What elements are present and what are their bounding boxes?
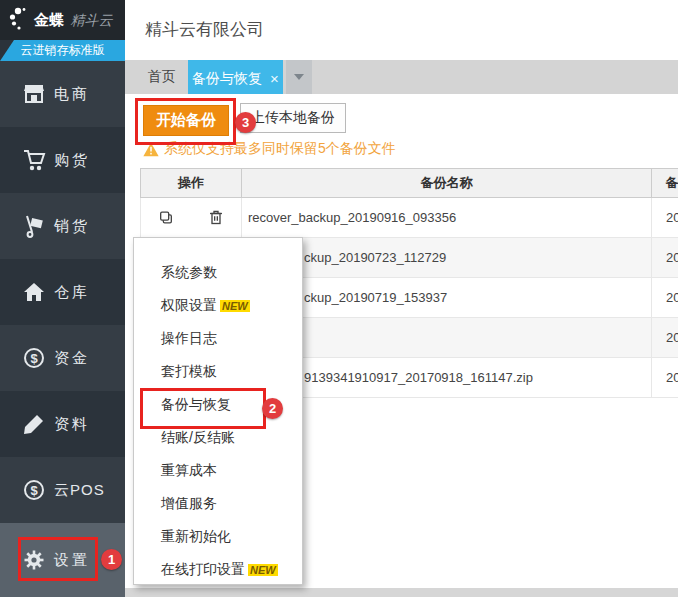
backup-date: 2019 xyxy=(652,278,678,318)
menu-item-print-template[interactable]: 套打模板 xyxy=(134,355,302,388)
sidebar-item-purchase[interactable]: 购货 xyxy=(0,127,125,193)
handtruck-icon xyxy=(22,214,46,238)
start-backup-button[interactable]: 开始备份 xyxy=(143,105,229,136)
warehouse-icon xyxy=(22,280,46,304)
backup-name: recover_backup_20190916_093356 xyxy=(242,198,652,238)
company-title: 精斗云有限公司 xyxy=(145,18,264,41)
dollar-icon: $ xyxy=(22,346,46,370)
menu-item-permission-settings[interactable]: 权限设置NEW xyxy=(134,289,302,322)
sidebar-item-label: 仓库 xyxy=(54,283,90,302)
warning-row: 系统仅支持最多同时保留5个备份文件 xyxy=(143,140,396,158)
storefront-icon xyxy=(22,82,46,106)
sidebar-item-label: 购货 xyxy=(54,151,90,170)
tab-bar: 首页 备份与恢复 × xyxy=(125,60,678,94)
backup-date: 2019 xyxy=(652,238,678,278)
pos-dollar-icon: $ xyxy=(22,478,46,502)
menu-item-value-added-services[interactable]: 增值服务 xyxy=(134,487,302,520)
sidebar-item-label: 资料 xyxy=(54,415,90,434)
menu-item-closing[interactable]: 结账/反结账 xyxy=(134,421,302,454)
sidebar-item-label: 云POS xyxy=(54,481,105,500)
backup-date: 2018 xyxy=(652,318,678,358)
sidebar-item-data[interactable]: 资料 xyxy=(0,391,125,457)
app-window: 金蝶 精斗云 云进销存标准版 电商 购货 xyxy=(0,0,678,597)
tab-backup-restore[interactable]: 备份与恢复 × xyxy=(188,60,283,97)
chevron-down-icon xyxy=(294,74,304,80)
upload-local-backup-button[interactable]: 上传本地备份 xyxy=(240,103,346,133)
pencil-icon xyxy=(22,412,46,436)
col-header-backup-date: 备份日期 xyxy=(652,169,678,198)
warning-triangle-icon xyxy=(143,142,159,157)
sidebar-item-label: 设置 xyxy=(54,551,90,570)
step-badge-1: 1 xyxy=(101,549,122,570)
sidebar-item-funds[interactable]: $ 资金 xyxy=(0,325,125,391)
sidebar-item-label: 销货 xyxy=(54,217,90,236)
top-header: 精斗云有限公司 xyxy=(125,0,678,60)
sidebar-item-warehouse[interactable]: 仓库 xyxy=(0,259,125,325)
backup-date: 2017 xyxy=(652,358,678,398)
step-badge-2: 2 xyxy=(262,398,283,419)
gear-icon xyxy=(22,548,46,572)
sidebar-item-label: 电商 xyxy=(54,85,90,104)
menu-item-recalc-cost[interactable]: 重算成本 xyxy=(134,454,302,487)
sidebar-item-cloudpos[interactable]: $ 云POS xyxy=(0,457,125,523)
col-header-backup-name: 备份名称 xyxy=(242,169,652,198)
tab-home[interactable]: 首页 xyxy=(135,60,188,94)
edition-banner: 云进销存标准版 xyxy=(0,40,125,61)
tab-list-dropdown[interactable] xyxy=(286,60,312,94)
sidebar-item-label: 资金 xyxy=(54,349,90,368)
trash-icon[interactable] xyxy=(208,209,224,226)
kingdee-dots-icon xyxy=(8,6,30,34)
tab-label: 备份与恢复 xyxy=(192,70,262,88)
backup-name: ckup_20190719_153937 xyxy=(242,278,652,318)
logo-text-light: 精斗云 xyxy=(70,12,112,28)
menu-item-online-print-settings[interactable]: 在线打印设置NEW xyxy=(134,553,302,586)
table-row: recover_backup_20190916_093356 2019 xyxy=(141,198,678,238)
warning-text: 系统仅支持最多同时保留5个备份文件 xyxy=(164,140,396,158)
backup-name xyxy=(242,318,652,358)
logo-text-bold: 金蝶 xyxy=(34,11,64,28)
sidebar: 金蝶 精斗云 云进销存标准版 电商 购货 xyxy=(0,0,125,597)
new-tag: NEW xyxy=(248,564,278,576)
sidebar-item-sales[interactable]: 销货 xyxy=(0,193,125,259)
logo: 金蝶 精斗云 xyxy=(0,0,125,40)
backup-name: 9139341910917_20170918_161147.zip xyxy=(242,358,652,398)
cart-icon xyxy=(22,148,46,172)
tab-close-icon[interactable]: × xyxy=(270,70,279,87)
sidebar-item-ecommerce[interactable]: 电商 xyxy=(0,61,125,127)
menu-item-reinitialize[interactable]: 重新初始化 xyxy=(134,520,302,553)
restore-copy-icon[interactable] xyxy=(158,209,174,226)
menu-item-operation-log[interactable]: 操作日志 xyxy=(134,322,302,355)
backup-name: ckup_20190723_112729 xyxy=(242,238,652,278)
new-tag: NEW xyxy=(220,300,250,312)
menu-item-system-params[interactable]: 系统参数 xyxy=(134,256,302,289)
step-badge-3: 3 xyxy=(235,112,256,133)
svg-text:$: $ xyxy=(30,483,38,498)
backup-date: 2019 xyxy=(652,198,678,238)
col-header-operation: 操作 xyxy=(141,169,242,198)
svg-text:$: $ xyxy=(30,351,38,366)
page-bottom-strip xyxy=(125,588,678,597)
table-header-row: 操作 备份名称 备份日期 xyxy=(141,169,678,198)
